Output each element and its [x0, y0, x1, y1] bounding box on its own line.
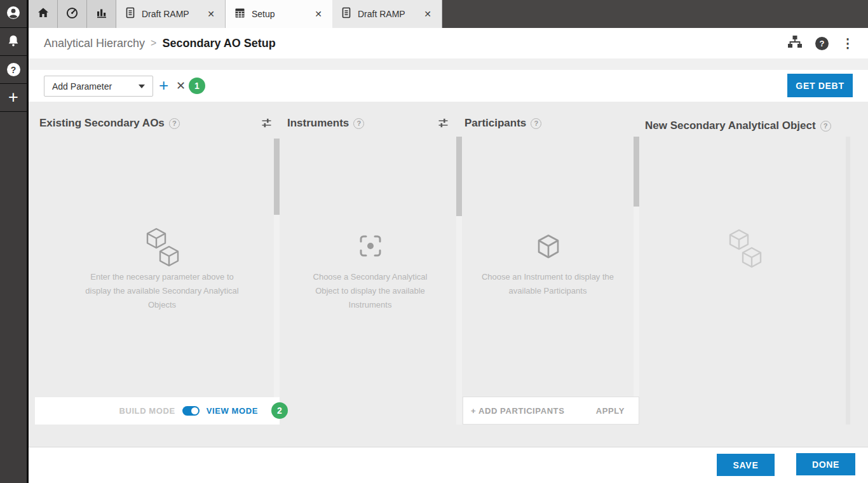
- tab-label: Draft RAMP: [142, 9, 198, 19]
- view-mode-label: VIEW MODE: [207, 406, 258, 416]
- build-mode-label: BUILD MODE: [119, 406, 175, 416]
- breadcrumb-row: Analytical Hierarchy > Secondary AO Setu…: [29, 28, 868, 58]
- tab-setup[interactable]: Setup ✕: [226, 0, 332, 28]
- toggle-knob: [191, 407, 198, 414]
- empty-state-text: Choose an Instrument to display the avai…: [468, 270, 627, 298]
- plus-icon: +: [8, 89, 18, 106]
- help-circle-icon[interactable]: ?: [815, 37, 829, 50]
- help-outline-icon[interactable]: ?: [169, 118, 180, 129]
- toolbar-row: [29, 70, 868, 102]
- account-button[interactable]: [0, 0, 27, 28]
- cubes-icon: [727, 229, 764, 272]
- scrollbar-thumb[interactable]: [274, 139, 280, 215]
- hierarchy-sitemap-icon[interactable]: [787, 35, 803, 51]
- tab-close-icon[interactable]: ✕: [423, 8, 433, 20]
- document-icon: [125, 7, 135, 21]
- dashboard-button[interactable]: [58, 0, 87, 28]
- get-debt-button[interactable]: GET DEBT: [787, 74, 853, 97]
- mode-toggle-bar: BUILD MODE VIEW MODE: [35, 397, 280, 425]
- cubes-icon: [144, 228, 181, 271]
- bar-chart-icon: [96, 7, 107, 21]
- step-badge-1: 1: [189, 78, 205, 94]
- home-icon: [37, 7, 49, 21]
- kebab-menu-icon[interactable]: ⋮: [841, 37, 854, 50]
- help-outline-icon[interactable]: ?: [531, 118, 541, 129]
- tab-draft-ramp-2[interactable]: Draft RAMP ✕: [332, 0, 442, 28]
- add-parameter-plus-button[interactable]: +: [159, 76, 168, 95]
- column-title-text: New Secondary Analytical Object: [645, 119, 816, 132]
- breadcrumb-separator-icon: >: [151, 37, 156, 49]
- notifications-button[interactable]: [0, 28, 27, 56]
- caret-down-icon: [139, 85, 145, 88]
- tab-label: Draft RAMP: [358, 9, 415, 19]
- left-sidebar: ? +: [0, 0, 29, 483]
- tab-close-icon[interactable]: ✕: [313, 8, 323, 20]
- home-button[interactable]: [29, 0, 58, 28]
- add-parameter-value: Add Parameter: [52, 81, 112, 92]
- reports-button[interactable]: [87, 0, 116, 28]
- scrollbar-thumb[interactable]: [634, 137, 639, 207]
- empty-state-text: Enter the necesary parameter above to di…: [83, 270, 241, 312]
- step-badge-2: 2: [271, 402, 288, 419]
- filter-tune-icon[interactable]: [261, 118, 272, 131]
- tab-label: Setup: [252, 9, 306, 19]
- tab-close-icon[interactable]: ✕: [206, 8, 216, 20]
- scrollbar-track: [846, 137, 850, 425]
- column-title-existing-aos: Existing Secondary AOs ?: [39, 117, 180, 130]
- empty-state-text: Choose a Secondary Analytical Object to …: [302, 270, 438, 312]
- add-participants-button[interactable]: + ADD PARTICIPANTS: [471, 406, 564, 416]
- column-title-text: Participants: [465, 117, 526, 130]
- tab-draft-ramp-1[interactable]: Draft RAMP ✕: [116, 0, 226, 28]
- breadcrumb-parent[interactable]: Analytical Hierarchy: [44, 37, 145, 50]
- scrollbar-thumb[interactable]: [456, 137, 462, 216]
- help-icon: ?: [7, 63, 20, 76]
- apply-button[interactable]: APPLY: [596, 406, 625, 416]
- column-title-text: Instruments: [287, 117, 349, 130]
- focus-target-icon: [358, 234, 383, 261]
- account-icon: [6, 5, 21, 23]
- bell-icon: [6, 34, 20, 50]
- header-divider-band: [29, 58, 868, 70]
- view-mode-toggle[interactable]: [182, 406, 200, 416]
- breadcrumb: Analytical Hierarchy > Secondary AO Setu…: [44, 28, 276, 58]
- column-title-participants: Participants ?: [465, 117, 541, 130]
- table-icon: [234, 8, 245, 21]
- clear-parameter-button[interactable]: ✕: [176, 78, 186, 93]
- gauge-icon: [66, 7, 78, 22]
- done-button[interactable]: DONE: [796, 453, 855, 475]
- save-button[interactable]: SAVE: [717, 454, 775, 476]
- filter-tune-icon[interactable]: [438, 118, 449, 131]
- help-sidebar-button[interactable]: ?: [0, 56, 27, 84]
- help-outline-icon[interactable]: ?: [353, 118, 364, 129]
- document-icon: [341, 7, 351, 21]
- add-parameter-select[interactable]: Add Parameter: [44, 76, 153, 97]
- column-title-new-ao: New Secondary Analytical Object ?: [645, 119, 831, 132]
- top-tab-bar: Draft RAMP ✕ Setup ✕ Draft RAMP ✕: [29, 0, 868, 28]
- participants-action-bar: + ADD PARTICIPANTS APPLY: [463, 397, 639, 425]
- page-title: Secondary AO Setup: [162, 37, 275, 50]
- add-new-button[interactable]: +: [0, 84, 27, 112]
- help-outline-icon[interactable]: ?: [820, 121, 831, 132]
- cube-icon: [537, 234, 560, 262]
- column-title-text: Existing Secondary AOs: [39, 117, 165, 130]
- column-title-instruments: Instruments ?: [287, 117, 364, 130]
